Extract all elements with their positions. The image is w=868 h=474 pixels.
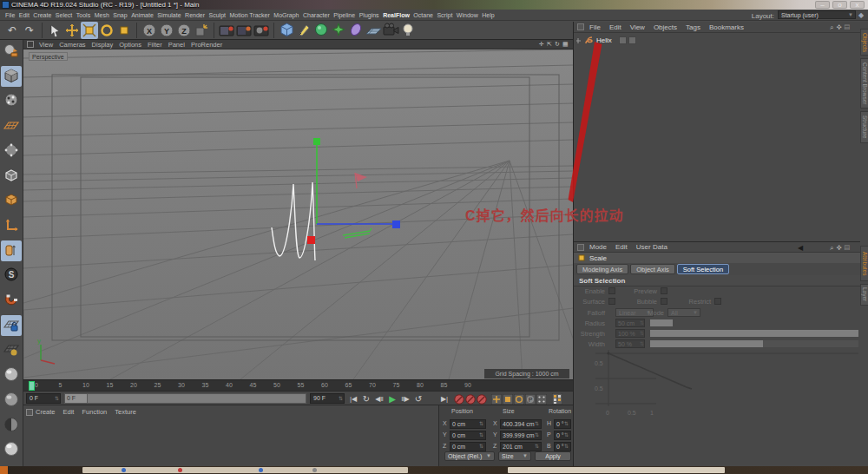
strength-slider[interactable] — [650, 330, 858, 337]
light-icon[interactable] — [399, 22, 417, 39]
menu-objects[interactable]: Objects — [654, 23, 677, 31]
next-frame-button[interactable]: ‖▶ — [399, 393, 411, 405]
axis-handle-y[interactable] — [313, 138, 320, 145]
object-name[interactable]: Helix — [596, 36, 612, 44]
layout-select[interactable]: Startup (user)▼ — [778, 10, 856, 19]
menu-window[interactable]: Window — [457, 12, 478, 18]
current-frame-marker[interactable] — [29, 381, 35, 391]
enable-checkbox[interactable] — [608, 287, 615, 294]
attribute-manager-panel-icon[interactable] — [577, 244, 584, 251]
apply-button[interactable]: Apply — [535, 451, 571, 461]
viewport-view-toggle-icons[interactable]: ✛⇱↻▦ — [562, 40, 573, 49]
layer-browser-icon[interactable] — [551, 393, 563, 405]
menu-file[interactable]: File — [589, 23, 601, 31]
object-manager-panel-icon[interactable] — [577, 23, 584, 30]
rotate-icon[interactable] — [98, 22, 115, 39]
strength-field[interactable]: 100 %⇅ — [615, 329, 645, 338]
keyframe-selection-button[interactable] — [476, 393, 488, 405]
menu-filter[interactable]: Filter — [148, 41, 162, 49]
menu-simulate[interactable]: Simulate — [157, 12, 181, 18]
menu-edit[interactable]: Edit — [63, 408, 75, 416]
menu-animate[interactable]: Animate — [131, 12, 154, 18]
sphere1-mode-icon[interactable] — [1, 365, 22, 385]
render-view-icon[interactable] — [218, 22, 235, 39]
menu-tags[interactable]: Tags — [686, 23, 700, 31]
attribute-manager-icons[interactable]: ⌕✥▤ — [830, 244, 852, 253]
axis-x-icon[interactable]: X — [141, 22, 158, 39]
menu-script[interactable]: Script — [437, 12, 452, 18]
coord-field[interactable]: 201 cm⇅ — [500, 442, 542, 451]
record-scale-toggle[interactable] — [502, 393, 514, 405]
toggle-views-icon[interactable]: ▦ — [562, 41, 569, 48]
workplane-lock-mode-icon[interactable] — [1, 315, 22, 336]
menu-options[interactable]: Options — [119, 41, 141, 49]
spline-ellipse-icon[interactable] — [347, 22, 365, 39]
falloff-curve-graph[interactable]: 0.5 0.5 0 0.5 1 — [574, 346, 865, 424]
tab-modeling-axis[interactable]: Modeling Axis — [576, 264, 628, 274]
render-region-icon[interactable] — [235, 22, 253, 39]
autokey-button[interactable] — [464, 393, 477, 405]
puzzle-icon[interactable]: ◆ — [858, 11, 866, 19]
last-tool-icon[interactable] — [115, 22, 133, 39]
coord-field[interactable]: 0 °⇅ — [554, 431, 571, 440]
vertical-tab-content-browser[interactable]: Content Browser — [860, 58, 868, 109]
menu-cameras[interactable]: Cameras — [59, 41, 85, 49]
bubble-checkbox[interactable] — [661, 298, 667, 305]
menu-file[interactable]: File — [5, 12, 15, 18]
record-rotation-toggle[interactable] — [513, 393, 525, 405]
menu-motion-tracker[interactable]: Motion Tracker — [230, 12, 270, 18]
record-button[interactable] — [453, 393, 465, 405]
timeline-ruler[interactable]: 051015202530354045505560657075808590 — [23, 379, 573, 391]
axis-z-icon[interactable]: Z — [175, 22, 193, 39]
menu-edit[interactable]: Edit — [19, 12, 30, 18]
scale-icon[interactable] — [81, 22, 98, 39]
workplane-grid-mode-icon[interactable] — [1, 339, 22, 360]
simulate-star-icon[interactable] — [330, 22, 347, 39]
redo-icon[interactable]: ↷ — [21, 22, 38, 39]
menu-edit[interactable]: Edit — [615, 243, 628, 251]
menu-bookmarks[interactable]: Bookmarks — [709, 23, 744, 31]
play-forward-button[interactable]: ▶ — [386, 393, 398, 405]
current-frame-field[interactable]: 0 F⇅ — [26, 393, 61, 404]
menu-view[interactable]: View — [39, 41, 53, 49]
viewport-panel-icon[interactable] — [27, 41, 34, 48]
goto-end-button[interactable]: ▶| — [438, 393, 450, 405]
coord-system-icon[interactable] — [193, 22, 210, 39]
coord-field[interactable]: 399.999 cm⇅ — [500, 431, 542, 440]
pen-spline-icon[interactable] — [295, 22, 312, 39]
mode-dropdown[interactable]: All▼ — [667, 308, 700, 317]
object-tag-icon-2[interactable] — [628, 36, 636, 44]
menu-render[interactable]: Render — [185, 12, 205, 18]
sphere3-mode-icon[interactable] — [1, 415, 22, 436]
surface-checkbox[interactable] — [608, 298, 615, 305]
sphere2-mode-icon[interactable] — [1, 390, 22, 411]
menu-display[interactable]: Display — [92, 41, 114, 49]
menu-select[interactable]: Select — [56, 12, 72, 18]
camera-icon[interactable] — [382, 22, 399, 39]
axis-handle-z[interactable] — [392, 221, 400, 228]
menu-sculpt[interactable]: Sculpt — [209, 12, 226, 18]
coordinate-mode-dropdown[interactable]: Object (Rel.)▼ — [444, 451, 495, 461]
convert-mode-icon[interactable] — [1, 41, 22, 62]
object-row-helix[interactable]: Helix — [575, 36, 636, 45]
menu-plugins[interactable]: Plugins — [359, 12, 379, 18]
menu-mesh[interactable]: Mesh — [95, 12, 109, 18]
axis-mode-icon[interactable] — [1, 215, 22, 236]
menu-create[interactable]: Create — [33, 12, 51, 18]
record-pla-toggle[interactable] — [536, 393, 548, 405]
soft-selection-section-header[interactable]: Soft Selection — [574, 275, 860, 286]
vertical-tab-objects[interactable]: Objects — [860, 29, 868, 56]
rotate-view-icon[interactable]: ↻ — [555, 41, 560, 48]
menu-mode[interactable]: Mode — [589, 243, 607, 251]
menu-create[interactable]: Create — [36, 408, 56, 416]
camera-label[interactable]: Perspective — [29, 52, 68, 61]
restrict-checkbox[interactable] — [714, 298, 721, 305]
edges-mode-icon[interactable] — [1, 166, 22, 187]
coord-field[interactable]: 0 cm⇅ — [450, 431, 486, 440]
zoom-icon[interactable]: ⇱ — [547, 41, 552, 48]
undo-icon[interactable]: ↶ — [3, 22, 21, 39]
menu-realflow[interactable]: RealFlow — [383, 12, 410, 18]
menu-character[interactable]: Character — [303, 12, 330, 18]
floor-icon[interactable] — [365, 22, 382, 39]
coord-field[interactable]: 0 cm⇅ — [450, 442, 486, 451]
